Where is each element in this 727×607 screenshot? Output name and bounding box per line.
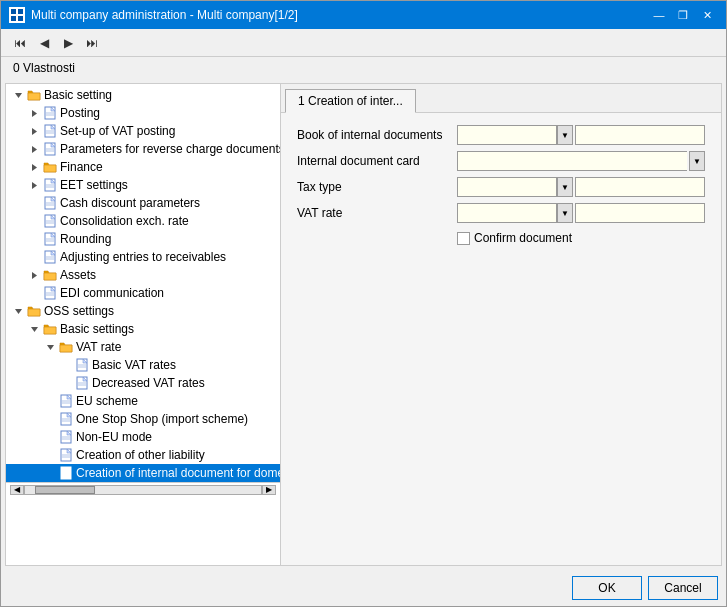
tree-item[interactable]: Finance xyxy=(6,158,280,176)
tree-toggle-icon[interactable] xyxy=(10,303,26,319)
tree-toggle-icon[interactable] xyxy=(26,267,42,283)
tab-content: Book of internal documents ▼ Internal do… xyxy=(281,113,721,565)
control-tax-type: ▼ xyxy=(457,177,705,197)
confirm-document-label: Confirm document xyxy=(474,231,572,245)
combo-input-tax-type[interactable] xyxy=(457,177,557,197)
restore-button[interactable]: ❒ xyxy=(672,5,694,25)
scroll-left-btn[interactable]: ◀ xyxy=(10,485,24,495)
scrollbar[interactable]: ◀ ▶ xyxy=(6,482,280,496)
tree-item[interactable]: One Stop Shop (import scheme) xyxy=(6,410,280,428)
combo-input-vat-rate[interactable] xyxy=(457,203,557,223)
tree-label: VAT rate xyxy=(76,340,121,354)
control-book: ▼ xyxy=(457,125,705,145)
text-field-vat-rate[interactable] xyxy=(575,203,705,223)
tree-item[interactable]: Set-up of VAT posting xyxy=(6,122,280,140)
svg-marker-38 xyxy=(15,309,22,314)
tree-item[interactable]: VAT rate xyxy=(6,338,280,356)
scrollbar-thumb[interactable] xyxy=(35,486,95,494)
ok-button[interactable]: OK xyxy=(572,576,642,600)
scrollbar-track[interactable] xyxy=(24,485,262,495)
prev-button[interactable]: ◀ xyxy=(33,32,55,54)
tree-toggle-icon[interactable] xyxy=(26,177,42,193)
combo-btn-internal-doc[interactable]: ▼ xyxy=(689,151,705,171)
tree-label: EDI communication xyxy=(60,286,164,300)
first-button[interactable]: ⏮ xyxy=(9,32,31,54)
tree-label: Creation of other liability xyxy=(76,448,205,462)
document-icon xyxy=(42,231,58,247)
tree-item[interactable]: Basic settings xyxy=(6,320,280,338)
app-icon xyxy=(9,7,25,23)
close-button[interactable]: ✕ xyxy=(696,5,718,25)
svg-rect-1 xyxy=(18,9,23,14)
svg-marker-5 xyxy=(32,110,37,117)
main-content: Basic settingPostingSet-up of VAT postin… xyxy=(5,83,722,566)
tree-item[interactable]: EU scheme xyxy=(6,392,280,410)
document-icon xyxy=(58,429,74,445)
play-button[interactable]: ▶ xyxy=(57,32,79,54)
tree-container: Basic settingPostingSet-up of VAT postin… xyxy=(6,86,280,482)
tree-item[interactable]: Cash discount parameters xyxy=(6,194,280,212)
tree-toggle-icon[interactable] xyxy=(26,321,42,337)
text-field-tax-type[interactable] xyxy=(575,177,705,197)
tree-toggle-icon[interactable] xyxy=(26,123,42,139)
tree-item[interactable]: OSS settings xyxy=(6,302,280,320)
tree-toggle-icon[interactable] xyxy=(42,339,58,355)
form-row-book: Book of internal documents ▼ xyxy=(297,125,705,145)
tree-item[interactable]: Creation of other liability xyxy=(6,446,280,464)
tree-item[interactable]: Adjusting entries to receivables xyxy=(6,248,280,266)
tree-item[interactable]: Basic setting xyxy=(6,86,280,104)
folder-icon xyxy=(42,321,58,337)
tab-creation-of-inter[interactable]: 1 Creation of inter... xyxy=(285,89,416,113)
dropdown-vat-rate[interactable]: ▼ xyxy=(457,203,573,223)
tree-item[interactable]: Decreased VAT rates xyxy=(6,374,280,392)
tree-item[interactable]: Basic VAT rates xyxy=(6,356,280,374)
tree-label: Creation of internal document for domest… xyxy=(76,466,281,480)
dropdown-book[interactable]: ▼ xyxy=(457,125,573,145)
tree-toggle-icon[interactable] xyxy=(26,159,42,175)
tree-toggle-icon[interactable] xyxy=(26,105,42,121)
tab-bar: 1 Creation of inter... xyxy=(281,84,721,113)
document-icon xyxy=(58,465,74,481)
text-field-book[interactable] xyxy=(575,125,705,145)
last-button[interactable]: ⏭ xyxy=(81,32,103,54)
combo-btn-book[interactable]: ▼ xyxy=(557,125,573,145)
tree-toggle-icon xyxy=(26,213,42,229)
tree-toggle-icon[interactable] xyxy=(10,87,26,103)
document-icon xyxy=(58,447,74,463)
tree-item[interactable]: Assets xyxy=(6,266,280,284)
tree-label: EET settings xyxy=(60,178,128,192)
document-icon xyxy=(42,177,58,193)
combo-btn-tax-type[interactable]: ▼ xyxy=(557,177,573,197)
combo-input-book[interactable] xyxy=(457,125,557,145)
form-row-tax-type: Tax type ▼ xyxy=(297,177,705,197)
tree-item[interactable]: Parameters for reverse charge documents xyxy=(6,140,280,158)
scroll-right-btn[interactable]: ▶ xyxy=(262,485,276,495)
confirm-document-checkbox[interactable] xyxy=(457,232,470,245)
tree-item[interactable]: EET settings xyxy=(6,176,280,194)
right-panel: 1 Creation of inter... Book of internal … xyxy=(281,84,721,565)
tree-toggle-icon xyxy=(58,357,74,373)
combo-btn-vat-rate[interactable]: ▼ xyxy=(557,203,573,223)
text-field-internal-doc[interactable] xyxy=(457,151,687,171)
label-vat-rate: VAT rate xyxy=(297,206,457,220)
tree-item[interactable]: Creation of internal document for domest… xyxy=(6,464,280,482)
tree-item[interactable]: Non-EU mode xyxy=(6,428,280,446)
vlastnosti-menu[interactable]: 0 Vlastnosti xyxy=(9,60,79,76)
dropdown-tax-type[interactable]: ▼ xyxy=(457,177,573,197)
tree-label: Adjusting entries to receivables xyxy=(60,250,226,264)
main-window: Multi company administration - Multi com… xyxy=(0,0,727,607)
folder-icon xyxy=(42,267,58,283)
tree-toggle-icon[interactable] xyxy=(26,141,42,157)
svg-marker-13 xyxy=(32,146,37,153)
tree-item[interactable]: Consolidation exch. rate xyxy=(6,212,280,230)
folder-icon xyxy=(26,87,42,103)
tree-label: Non-EU mode xyxy=(76,430,152,444)
cancel-button[interactable]: Cancel xyxy=(648,576,718,600)
document-icon xyxy=(42,195,58,211)
tree-item[interactable]: Rounding xyxy=(6,230,280,248)
tree-label: Basic settings xyxy=(60,322,134,336)
tree-item[interactable]: Posting xyxy=(6,104,280,122)
minimize-button[interactable]: — xyxy=(648,5,670,25)
form-row-internal-doc: Internal document card ▼ xyxy=(297,151,705,171)
tree-item[interactable]: EDI communication xyxy=(6,284,280,302)
